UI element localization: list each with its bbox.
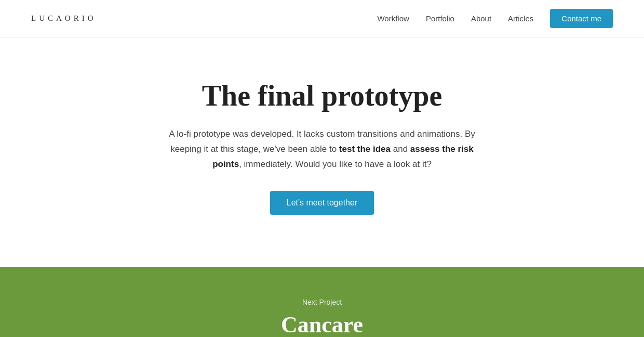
main-section: The final prototype A lo-fi prototype wa… (0, 37, 644, 267)
footer-section: Next Project Cancare Back to the homepag… (0, 267, 644, 337)
nav-link-workflow[interactable]: Workflow (377, 14, 409, 23)
next-project-name: Cancare (281, 312, 363, 337)
page-title: The final prototype (202, 79, 442, 112)
nav-link-about[interactable]: About (471, 14, 491, 23)
nav-link-articles[interactable]: Articles (508, 14, 533, 23)
description-text-3: , immediately. Would you like to have a … (239, 159, 432, 169)
nav-link-portfolio[interactable]: Portfolio (426, 14, 454, 23)
meet-together-button[interactable]: Let's meet together (270, 191, 374, 215)
description-bold-1: test the idea (339, 144, 391, 154)
contact-button[interactable]: Contact me (550, 9, 613, 28)
next-project-label: Next Project (302, 298, 342, 306)
navigation: LUCAORIO Workflow Portfolio About Articl… (0, 0, 644, 37)
nav-links: Workflow Portfolio About Articles Contac… (377, 9, 613, 28)
description-text-2: and (391, 144, 410, 154)
logo: LUCAORIO (31, 14, 97, 23)
main-description: A lo-fi prototype was developed. It lack… (166, 127, 478, 172)
